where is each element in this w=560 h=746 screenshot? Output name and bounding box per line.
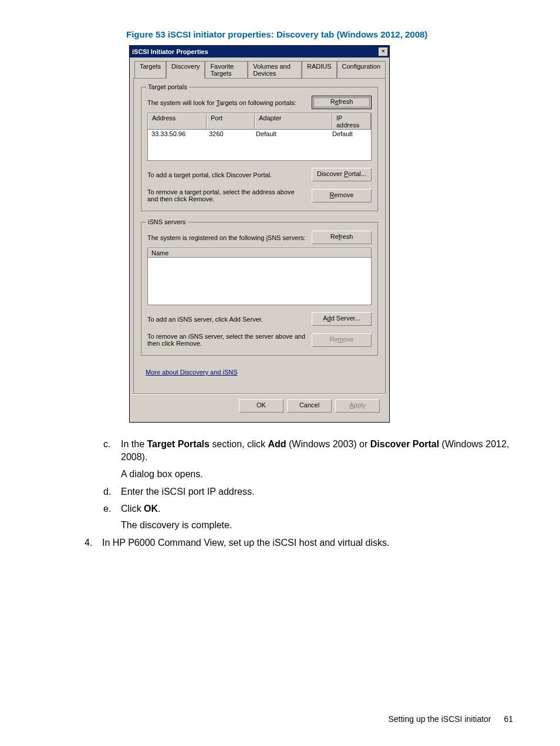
isns-intro: The system is registered on the followin… <box>147 234 312 241</box>
tabstrip: Targets Discovery Favorite Targets Volum… <box>133 61 386 78</box>
remove-portal-button[interactable]: Remove <box>312 189 372 202</box>
close-icon[interactable]: × <box>379 48 388 56</box>
footer-text: Setting up the iSCSI initiator <box>388 714 491 724</box>
tab-targets[interactable]: Targets <box>134 61 166 78</box>
group-legend-target-portals: Target portals <box>146 83 189 90</box>
target-portals-group: Target portals The system will look for … <box>141 87 378 211</box>
page-number: 61 <box>504 714 513 724</box>
step-text: Enter the iSCSI port IP address. <box>121 485 513 498</box>
step-letter: e. <box>103 502 121 515</box>
page-footer: Setting up the iSCSI initiator 61 <box>388 714 513 724</box>
txt: Discover Portal <box>370 439 439 449</box>
tab-radius[interactable]: RADIUS <box>302 61 337 78</box>
table-row[interactable]: 33.33.50.96 3260 Default Default <box>148 130 371 138</box>
add-portal-text: To add a target portal, click Discover P… <box>147 171 312 178</box>
group-legend-isns: iSNS servers <box>146 218 187 225</box>
tab-configuration[interactable]: Configuration <box>337 61 386 78</box>
txt: section, click <box>210 439 268 449</box>
cell-ip: Default <box>329 130 371 138</box>
remove-isns-button[interactable]: Remove <box>312 333 372 347</box>
txt: (Windows 2003) or <box>286 439 370 449</box>
col-ip: IP address <box>332 113 371 129</box>
help-link-discovery-isns[interactable]: More about Discovery and iSNS <box>146 369 238 376</box>
txt: Target Portals <box>147 439 209 449</box>
step-4: 4. In HP P6000 Command View, set up the … <box>47 536 513 549</box>
refresh-isns-button[interactable]: Refresh <box>312 231 372 244</box>
apply-button[interactable]: Apply <box>335 399 380 413</box>
target-portals-list[interactable]: Address Port Adapter IP address 33.33.50… <box>147 113 372 161</box>
step-d: d. Enter the iSCSI port IP address. <box>47 485 513 498</box>
col-address: Address <box>148 113 207 129</box>
txt: OK <box>144 504 158 514</box>
cancel-button[interactable]: Cancel <box>287 399 332 413</box>
cell-port: 3260 <box>205 130 252 138</box>
txt: Click <box>121 504 144 514</box>
figure-caption: Figure 53 iSCSI initiator properties: Di… <box>126 29 513 39</box>
discover-portal-button[interactable]: Discover Portal... <box>312 168 372 181</box>
remove-isns-text: To remove an iSNS server, select the ser… <box>147 333 312 347</box>
step-letter: c. <box>103 438 121 464</box>
step-c: c. In the Target Portals section, click … <box>47 438 513 464</box>
col-name: Name <box>148 248 371 258</box>
tab-favorite-targets[interactable]: Favorite Targets <box>205 61 248 78</box>
dialog-title: iSCSI Initiator Properties <box>132 48 208 55</box>
cell-address: 33.33.50.96 <box>148 130 205 138</box>
txt: . <box>158 504 160 514</box>
cell-adapter: Default <box>252 130 329 138</box>
refresh-portals-button[interactable]: Refresh <box>312 96 372 109</box>
step-text: In HP P6000 Command View, set up the iSC… <box>102 536 513 549</box>
tab-panel-discovery: Target portals The system will look for … <box>133 78 386 394</box>
step-e-result: The discovery is complete. <box>121 519 513 532</box>
iscsi-properties-dialog: iSCSI Initiator Properties × Targets Dis… <box>129 45 390 423</box>
remove-portal-text: To remove a target portal, select the ad… <box>147 188 312 202</box>
step-c-result: A dialog box opens. <box>121 468 513 481</box>
add-isns-text: To add an iSNS server, click Add Server. <box>147 316 312 323</box>
isns-servers-group: iSNS servers The system is registered on… <box>141 222 378 356</box>
isns-list[interactable]: Name <box>147 248 372 305</box>
txt: Add <box>268 439 286 449</box>
step-e: e. Click OK. <box>47 502 513 515</box>
add-server-button[interactable]: Add Server... <box>312 312 372 326</box>
txt: In the <box>121 439 147 449</box>
ok-button[interactable]: OK <box>239 399 284 413</box>
tab-discovery[interactable]: Discovery <box>166 61 205 79</box>
titlebar: iSCSI Initiator Properties × <box>130 46 389 58</box>
tab-volumes-devices[interactable]: Volumes and Devices <box>248 61 302 78</box>
step-letter: d. <box>103 485 121 498</box>
target-portals-intro: The system will look for Targets on foll… <box>147 99 312 106</box>
step-number: 4. <box>85 536 102 549</box>
col-adapter: Adapter <box>255 113 332 129</box>
col-port: Port <box>207 113 255 129</box>
